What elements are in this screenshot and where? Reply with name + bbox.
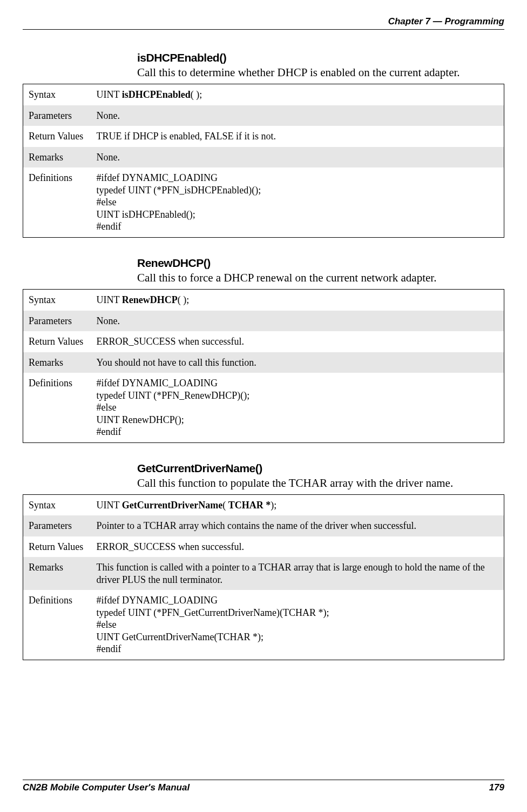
page-footer: CN2B Mobile Computer User's Manual 179 — [23, 780, 504, 793]
row-value-return: TRUE if DHCP is enabled, FALSE if it is … — [91, 126, 504, 147]
syntax-prefix: UINT — [97, 500, 122, 511]
row-value-syntax: UINT RenewDHCP( ); — [91, 290, 504, 311]
row-value-parameters: None. — [91, 105, 504, 126]
section-intro: GetCurrentDriverName() Call this functio… — [137, 462, 504, 490]
row-value-parameters: None. — [91, 311, 504, 332]
syntax-prefix: UINT — [97, 294, 122, 305]
table-row: Remarks None. — [23, 147, 504, 168]
footer-title: CN2B Mobile Computer User's Manual — [23, 782, 190, 793]
row-label-return: Return Values — [23, 126, 91, 147]
row-value-definitions: #ifdef DYNAMIC_LOADING typedef UINT (*PF… — [91, 590, 504, 660]
syntax-middle: ( — [222, 500, 228, 511]
table-row: Remarks This function is called with a p… — [23, 557, 504, 590]
function-heading: GetCurrentDriverName() — [137, 462, 504, 475]
section-intro: isDHCPEnabled() Call this to determine w… — [137, 51, 504, 79]
row-value-parameters: Pointer to a TCHAR array which contains … — [91, 515, 504, 536]
table-row: Remarks You should not have to call this… — [23, 352, 504, 373]
syntax-name: isDHCPEnabled — [122, 89, 191, 100]
table-row: Return Values ERROR_SUCCESS when success… — [23, 331, 504, 352]
syntax-suffix: ); — [271, 500, 276, 511]
row-label-syntax: Syntax — [23, 494, 91, 515]
table-row: Parameters Pointer to a TCHAR array whic… — [23, 515, 504, 536]
syntax-name: RenewDHCP — [122, 294, 178, 305]
api-table: Syntax UINT RenewDHCP( ); Parameters Non… — [23, 289, 504, 443]
row-label-remarks: Remarks — [23, 557, 91, 590]
function-description: Call this to force a DHCP renewal on the… — [137, 271, 504, 285]
api-table: Syntax UINT GetCurrentDriverName( TCHAR … — [23, 494, 504, 660]
row-label-return: Return Values — [23, 331, 91, 352]
row-value-syntax: UINT isDHCPEnabled( ); — [91, 84, 504, 105]
row-value-remarks: You should not have to call this functio… — [91, 352, 504, 373]
row-value-remarks: None. — [91, 147, 504, 168]
row-value-definitions: #ifdef DYNAMIC_LOADING typedef UINT (*PF… — [91, 167, 504, 237]
row-value-return: ERROR_SUCCESS when successful. — [91, 536, 504, 558]
table-row: Syntax UINT RenewDHCP( ); — [23, 290, 504, 311]
table-row: Parameters None. — [23, 105, 504, 126]
table-row: Definitions #ifdef DYNAMIC_LOADING typed… — [23, 590, 504, 660]
footer-page-number: 179 — [489, 782, 504, 793]
table-row: Syntax UINT isDHCPEnabled( ); — [23, 84, 504, 105]
row-value-return: ERROR_SUCCESS when successful. — [91, 331, 504, 352]
table-row: Definitions #ifdef DYNAMIC_LOADING typed… — [23, 373, 504, 442]
row-label-return: Return Values — [23, 536, 91, 558]
table-row: Return Values TRUE if DHCP is enabled, F… — [23, 126, 504, 147]
api-table: Syntax UINT isDHCPEnabled( ); Parameters… — [23, 84, 504, 238]
header-rule — [23, 29, 504, 30]
row-label-syntax: Syntax — [23, 290, 91, 311]
row-label-parameters: Parameters — [23, 105, 91, 126]
row-label-syntax: Syntax — [23, 84, 91, 105]
table-row: Parameters None. — [23, 311, 504, 332]
table-row: Return Values ERROR_SUCCESS when success… — [23, 536, 504, 558]
row-label-definitions: Definitions — [23, 373, 91, 442]
function-description: Call this to determine whether DHCP is e… — [137, 65, 504, 79]
syntax-name: GetCurrentDriverName — [122, 500, 223, 511]
table-row: Definitions #ifdef DYNAMIC_LOADING typed… — [23, 167, 504, 237]
syntax-suffix: ( ); — [178, 294, 190, 305]
row-value-remarks: This function is called with a pointer t… — [91, 557, 504, 590]
row-label-parameters: Parameters — [23, 515, 91, 536]
syntax-param: TCHAR * — [228, 500, 271, 511]
footer-rule — [23, 780, 504, 780]
row-label-definitions: Definitions — [23, 167, 91, 237]
row-label-parameters: Parameters — [23, 311, 91, 332]
syntax-prefix: UINT — [97, 89, 122, 100]
row-label-remarks: Remarks — [23, 147, 91, 168]
section-intro: RenewDHCP() Call this to force a DHCP re… — [137, 257, 504, 285]
table-row: Syntax UINT GetCurrentDriverName( TCHAR … — [23, 494, 504, 515]
row-value-definitions: #ifdef DYNAMIC_LOADING typedef UINT (*PF… — [91, 373, 504, 442]
function-heading: RenewDHCP() — [137, 257, 504, 270]
page-header: Chapter 7 — Programming — [23, 16, 504, 27]
row-label-remarks: Remarks — [23, 352, 91, 373]
function-description: Call this function to populate the TCHAR… — [137, 476, 504, 490]
row-value-syntax: UINT GetCurrentDriverName( TCHAR *); — [91, 494, 504, 515]
row-label-definitions: Definitions — [23, 590, 91, 660]
syntax-suffix: ( ); — [191, 89, 202, 100]
function-heading: isDHCPEnabled() — [137, 51, 504, 64]
